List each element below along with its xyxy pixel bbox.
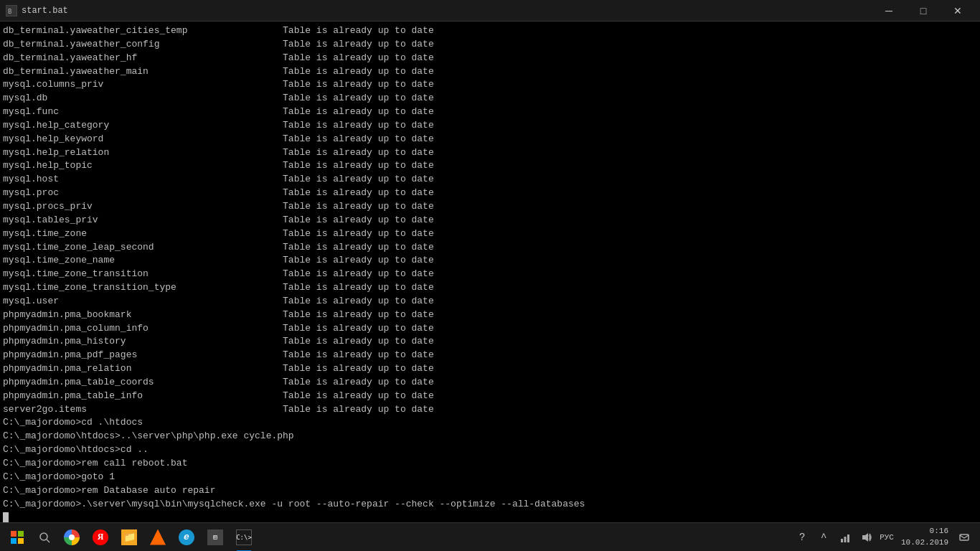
terminal-line: db_terminal.yaweather_config Table is al… [3,38,977,52]
svg-marker-11 [862,533,868,542]
terminal-line: C:\_majordomo\htdocs>cd .. [3,443,977,457]
taskbar-app-yandex[interactable]: Я [86,523,115,552]
taskbar-app-taskmanager[interactable]: ⊞ [201,523,230,552]
taskbar-app-cmd[interactable]: C:\> [230,523,258,552]
svg-rect-5 [18,538,24,544]
yandex-icon: Я [93,529,108,545]
terminal-line: mysql.host Table is already up to date [3,173,977,187]
tray-language-label[interactable]: РУС [878,527,895,547]
tray-chevron-icon[interactable]: ^ [814,527,834,547]
start-button[interactable] [3,523,32,552]
terminal-line: mysql.help_topic Table is already up to … [3,159,977,173]
minimize-button[interactable]: ─ [872,0,905,22]
terminal-line: mysql.help_category Table is already up … [3,119,977,133]
svg-point-6 [40,533,47,540]
terminal-line: C:\_majordomo\htdocs>..\server\php\php.e… [3,430,977,443]
bat-icon: B [6,5,17,17]
terminal-line: phpmyadmin.pma_history Table is already … [3,335,977,349]
terminal-line: mysql.func Table is already up to date [3,105,977,119]
terminal-line: mysql.help_relation Table is already up … [3,146,977,160]
terminal-line: phpmyadmin.pma_pdf_pages Table is alread… [3,349,977,362]
terminal-line: mysql.time_zone_transition Table is alre… [3,268,977,281]
tray-help-icon[interactable]: ? [792,527,812,547]
taskbar-apps: Я 📁 e ⊞ C:\> [57,523,792,552]
terminal-line: mysql.time_zone_transition_type Table is… [3,281,977,295]
taskbar-app-vlc[interactable] [143,523,172,552]
notification-icon[interactable] [954,527,974,547]
clock-date: 10.02.2019 [901,537,948,548]
svg-rect-9 [844,537,847,542]
terminal-line: phpmyadmin.pma_table_info Table is alrea… [3,390,977,403]
terminal-line: mysql.procs_priv Table is already up to … [3,200,977,214]
terminal-line: db_terminal.yaweather_hf Table is alread… [3,52,977,65]
terminal-line: db_terminal.yaweather_cities_temp Table … [3,24,977,38]
taskbar: Я 📁 e ⊞ C:\> ? ^ [0,522,980,551]
terminal-line: mysql.tables_priv Table is already up to… [3,214,977,227]
title-bar: B start.bat ─ □ ✕ [0,0,980,22]
close-button[interactable]: ✕ [941,0,974,22]
svg-rect-4 [11,538,17,544]
vlc-icon [150,529,166,545]
clock-time: 0:16 [930,526,948,537]
title-bar-title: start.bat [22,6,68,16]
svg-line-7 [47,540,50,542]
terminal-line: mysql.help_keyword Table is already up t… [3,133,977,146]
terminal-line: mysql.time_zone_leap_second Table is alr… [3,241,977,255]
tray-network-icon[interactable] [835,527,855,547]
search-button[interactable] [32,523,57,552]
svg-rect-10 [847,534,849,542]
taskbar-tray: ? ^ РУС 0:16 10.02.2019 [792,526,977,548]
terminal-line: C:\_majordomo>.\server\mysql\bin\mysqlch… [3,498,977,512]
terminal-line: C:\_majordomo>cd .\htdocs [3,416,977,430]
terminal-line: mysql.columns_priv Table is already up t… [3,78,977,92]
maximize-button[interactable]: □ [907,0,940,22]
terminal-line: mysql.proc Table is already up to date [3,187,977,200]
title-bar-controls: ─ □ ✕ [872,0,974,22]
svg-rect-2 [11,531,17,537]
taskbar-app-ie[interactable]: e [172,523,201,552]
svg-rect-8 [841,539,843,542]
svg-text:B: B [8,8,11,15]
taskbar-app-explorer[interactable]: 📁 [115,523,143,552]
explorer-icon: 📁 [121,529,137,545]
chrome-icon [64,529,80,545]
taskbar-clock[interactable]: 0:16 10.02.2019 [897,526,953,548]
terminal-line: mysql.time_zone_name Table is already up… [3,254,977,268]
terminal-line: mysql.time_zone Table is already up to d… [3,227,977,241]
terminal-line: phpmyadmin.pma_column_info Table is alre… [3,322,977,336]
terminal-line: db_terminal.yaweather_main Table is alre… [3,65,977,79]
terminal-cursor [3,512,9,522]
terminal-line [3,511,977,522]
cmd-icon: C:\> [236,529,252,545]
tray-volume-icon[interactable] [857,527,877,547]
terminal-content: db_terminal.yaweather_cities_temp Table … [0,22,980,522]
svg-rect-3 [18,531,24,537]
terminal-line: phpmyadmin.pma_bookmark Table is already… [3,309,977,322]
terminal-line: mysql.db Table is already up to date [3,92,977,105]
svg-rect-12 [960,534,969,540]
terminal-line: phpmyadmin.pma_table_coords Table is alr… [3,376,977,390]
taskbar-app-chrome[interactable] [57,523,86,552]
terminal-line: phpmyadmin.pma_relation Table is already… [3,362,977,376]
terminal-line: mysql.user Table is already up to date [3,295,977,309]
terminal-line: C:\_majordomo>rem Database auto repair [3,484,977,498]
terminal-line: C:\_majordomo>rem call reboot.bat [3,457,977,471]
terminal-line: C:\_majordomo>goto 1 [3,471,977,484]
title-bar-left: B start.bat [6,5,68,17]
terminal-line: server2go.items Table is already up to d… [3,403,977,417]
ie-icon: e [179,529,194,545]
taskmanager-icon: ⊞ [207,529,223,545]
